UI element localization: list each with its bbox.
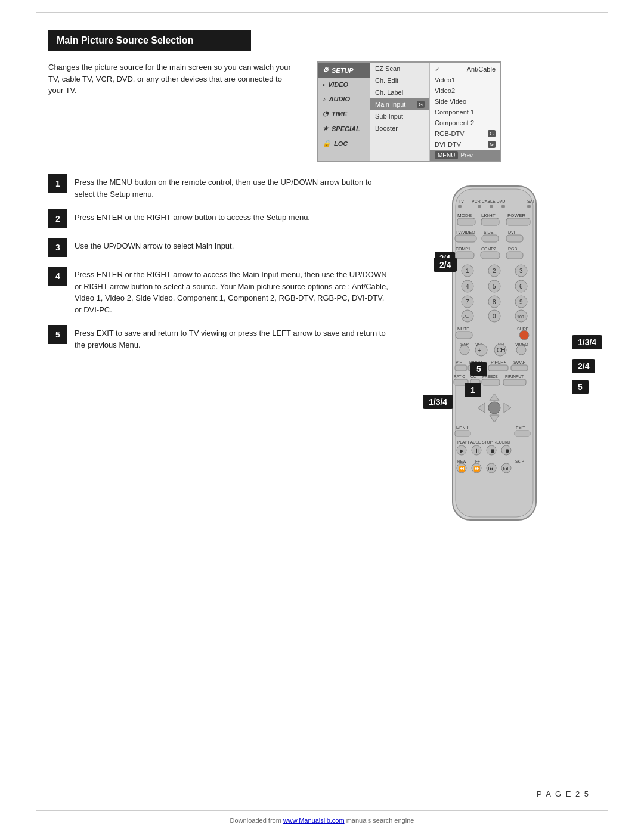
svg-text:8: 8	[493, 299, 496, 305]
col3-item-component2[interactable]: Component 2	[430, 117, 500, 128]
col3-item-video1[interactable]: Video1	[430, 75, 500, 85]
svg-text:⏩: ⏩	[473, 465, 481, 472]
callout-5-right: 5	[572, 380, 589, 394]
svg-text:LIGHT: LIGHT	[481, 213, 496, 218]
step-badge-5: 5	[48, 325, 67, 344]
col3-item-antcable[interactable]: Ant/Cable	[430, 64, 500, 75]
menu-item-audio[interactable]: ♪ AUDIO	[318, 92, 370, 106]
menu-footer-menu-btn[interactable]: MENU	[435, 151, 458, 159]
svg-text:⏹: ⏹	[490, 448, 495, 454]
svg-text:⏭: ⏭	[503, 466, 509, 472]
svg-point-9	[527, 205, 531, 208]
col3-item-rgbdtv[interactable]: RGB-DTV G	[430, 128, 500, 139]
svg-text:MUTE: MUTE	[457, 327, 469, 331]
svg-rect-20	[482, 235, 499, 242]
svg-text:100+: 100+	[517, 315, 527, 319]
col3-item-dvidtv[interactable]: DVI-DTV G	[430, 139, 500, 150]
step-row-2: 2 Press ENTER or the RIGHT arrow button …	[48, 209, 393, 228]
svg-rect-27	[506, 252, 523, 259]
callout-2-4-badge: 2/4	[434, 258, 457, 272]
page-footer: P A G E 2 5	[537, 789, 590, 798]
svg-point-55	[519, 330, 529, 340]
col2-item-maininput[interactable]: Main Input G	[370, 98, 429, 110]
svg-text:3: 3	[519, 268, 523, 274]
svg-point-65	[516, 345, 526, 355]
section-header: Main Picture Source Selection	[48, 30, 251, 51]
col2-item-booster[interactable]: Booster	[370, 122, 429, 134]
svg-text:PLAY PAUSE STOP RECORD: PLAY PAUSE STOP RECORD	[457, 440, 510, 444]
svg-rect-73	[511, 365, 528, 371]
svg-text:RATIO: RATIO	[454, 374, 465, 379]
manualslib-link[interactable]: www.Manualslib.com	[283, 817, 345, 824]
svg-rect-88	[455, 431, 470, 436]
video-icon: ▪	[323, 81, 325, 88]
lock-icon: 🔒	[323, 140, 331, 147]
svg-text:VCR CABLE DVD: VCR CABLE DVD	[472, 199, 505, 203]
svg-text:SWAP: SWAP	[513, 360, 526, 364]
svg-text:TV: TV	[459, 199, 464, 203]
callout-1-3-4-left: 1/3/4	[423, 395, 453, 409]
svg-rect-21	[506, 235, 523, 242]
menu-item-time[interactable]: ◔ TIME	[318, 106, 370, 121]
callout-1-center: 1	[465, 383, 481, 397]
svg-point-61	[475, 344, 487, 356]
col3-item-component1[interactable]: Component 1	[430, 107, 500, 117]
svg-text:COMP1: COMP1	[456, 247, 470, 251]
menu-col2: EZ Scan Ch. Edit Ch. Label Main Input G …	[370, 63, 430, 161]
download-footer: Downloaded from www.Manualslib.com manua…	[0, 817, 644, 830]
col2-item-subinput[interactable]: Sub Input	[370, 110, 429, 122]
menu-item-loc[interactable]: 🔒 LOC	[318, 136, 370, 151]
svg-point-60	[460, 345, 469, 355]
svg-text:▶: ▶	[460, 448, 464, 454]
col2-item-ezscan[interactable]: EZ Scan	[370, 63, 429, 75]
svg-rect-90	[515, 431, 530, 436]
callout-1-3-4-right: 1/3/4	[572, 335, 602, 349]
col2-item-chedit[interactable]: Ch. Edit	[370, 75, 429, 86]
svg-text:+: +	[478, 347, 481, 354]
svg-rect-14	[481, 218, 499, 225]
svg-rect-26	[481, 252, 500, 259]
menu-item-setup[interactable]: ⚙ SETUP	[318, 63, 370, 78]
svg-text:7: 7	[466, 299, 469, 305]
svg-text:0: 0	[493, 313, 496, 320]
col3-item-video2[interactable]: Video2	[430, 85, 500, 96]
svg-text:DVI: DVI	[508, 230, 515, 234]
step-row-3: 3 Use the UP/DOWN arrow to select Main I…	[48, 238, 393, 257]
intro-text: Changes the picture source for the main …	[48, 61, 299, 162]
setup-icon: ⚙	[323, 66, 329, 74]
svg-rect-81	[503, 379, 526, 385]
step-text-2: Press ENTER or the RIGHT arrow button to…	[75, 209, 310, 224]
svg-point-6	[478, 205, 481, 208]
svg-text:MENU: MENU	[456, 426, 469, 430]
svg-text:PIP: PIP	[456, 360, 463, 364]
svg-text:FF: FF	[475, 459, 480, 463]
menu-item-video[interactable]: ▪ VIDEO	[318, 78, 370, 92]
svg-text:PIPCH+: PIPCH+	[491, 360, 506, 364]
svg-point-8	[501, 205, 505, 208]
step-badge-2: 2	[48, 209, 67, 228]
steps-area: 1 Press the MENU button on the remote co…	[48, 174, 596, 528]
svg-rect-72	[488, 365, 508, 371]
menu-footer: MENU Prev.	[430, 150, 500, 161]
step-text-4: Press ENTER or the RIGHT arrow to access…	[75, 267, 393, 315]
svg-text:4: 4	[466, 283, 469, 290]
step-badge-1: 1	[48, 174, 67, 193]
svg-text:RGB: RGB	[508, 247, 518, 251]
col2-item-chlabel[interactable]: Ch. Label	[370, 86, 429, 98]
svg-text:⏪: ⏪	[459, 465, 466, 472]
intro-area: Changes the picture source for the main …	[48, 61, 596, 162]
svg-point-5	[458, 205, 462, 208]
svg-text:SAT: SAT	[527, 199, 535, 203]
svg-text:9: 9	[519, 299, 523, 305]
svg-text:COMP2: COMP2	[481, 247, 496, 251]
step-row-5: 5 Press EXIT to save and return to TV vi…	[48, 325, 393, 351]
menu-item-special[interactable]: ★ SPECIAL	[318, 121, 370, 136]
callout-2-4-right: 2/4	[572, 359, 595, 373]
svg-rect-13	[457, 218, 475, 225]
col3-item-sidevideo[interactable]: Side Video	[430, 96, 500, 107]
step-badge-3: 3	[48, 238, 67, 257]
menu-col1: ⚙ SETUP ▪ VIDEO ♪ AUDIO ◔ TIME ★ SPECI	[318, 63, 370, 161]
svg-text:5: 5	[493, 283, 496, 290]
svg-text:REW: REW	[457, 459, 467, 463]
svg-text:-/--: -/--	[463, 314, 469, 320]
